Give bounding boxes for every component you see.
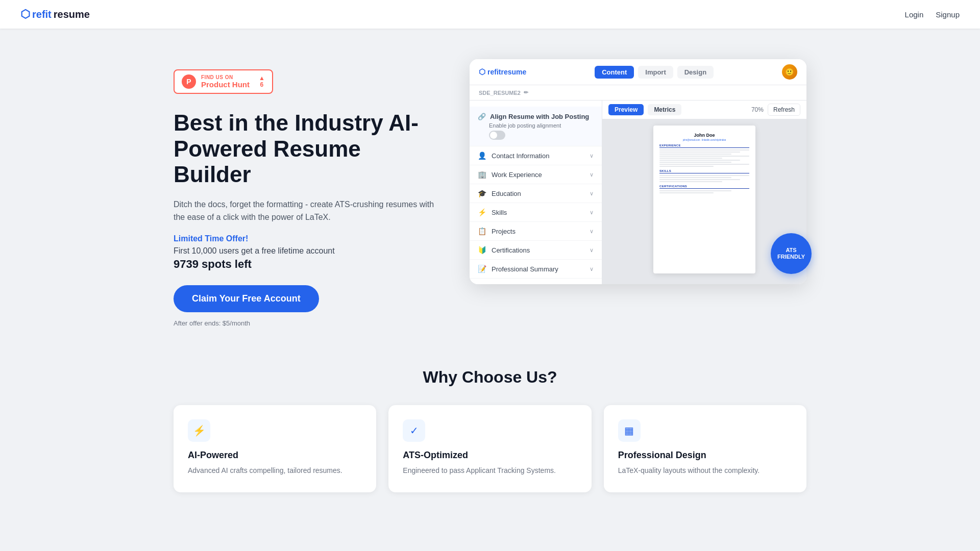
hero-description: Ditch the docs, forget the formatting - …	[174, 198, 439, 224]
work-exp-label: 🏢 Work Experience	[478, 170, 542, 179]
education-item[interactable]: 🎓 Education ∨	[470, 184, 602, 203]
ats-desc: Engineered to pass Applicant Tracking Sy…	[403, 465, 577, 476]
ai-icon: ⚡	[188, 419, 210, 442]
cert-chevron: ∨	[590, 247, 594, 254]
certifications-label: 🔰 Certifications	[478, 246, 530, 254]
ats-line1: ATS	[786, 247, 796, 254]
login-link[interactable]: Login	[905, 10, 924, 19]
ph-logo-icon: P	[182, 74, 196, 89]
contact-icon: 👤	[478, 152, 486, 160]
contact-label: 👤 Contact Information	[478, 152, 549, 160]
product-hunt-badge[interactable]: P FIND US ON Product Hunt ▲ 6	[174, 69, 273, 94]
work-exp-item[interactable]: 🏢 Work Experience ∨	[470, 165, 602, 184]
ph-arrow: ▲ 6	[259, 75, 265, 88]
resume-line	[659, 152, 740, 153]
resume-line	[659, 179, 740, 180]
cta-button[interactable]: Claim Your Free Account	[174, 285, 319, 312]
logo-resume: resume	[54, 9, 90, 20]
summary-chevron: ∨	[590, 266, 594, 272]
align-subtitle: Enable job posting alignment	[489, 122, 561, 129]
prof-summary-item[interactable]: 📝 Professional Summary ∨	[470, 260, 602, 279]
align-resume-item[interactable]: 🔗 Align Resume with Job Posting Enable j…	[470, 107, 602, 146]
resume-name: John Doe	[659, 133, 749, 138]
summary-icon: 📝	[478, 265, 486, 273]
why-card-design: ▦ Professional Design LaTeX-quality layo…	[604, 405, 806, 492]
ats-line2: FRIENDLY	[777, 254, 805, 260]
resume-line	[659, 149, 749, 151]
ai-title: AI-Powered	[188, 450, 362, 461]
resume-line	[659, 175, 749, 176]
tab-import[interactable]: Import	[638, 66, 673, 79]
why-cards: ⚡ AI-Powered Advanced AI crafts compelli…	[174, 405, 806, 492]
why-title: Why Choose Us?	[174, 368, 806, 387]
design-desc: LaTeX-quality layouts without the comple…	[618, 465, 792, 476]
toggle-knob	[490, 132, 497, 139]
resume-line	[659, 164, 749, 165]
resume-page: John Doe john@email.com · linkedin.com/i…	[653, 126, 755, 273]
ats-icon: ✓	[403, 419, 425, 442]
logo-icon: ⬡	[20, 8, 30, 21]
resume-line	[659, 154, 731, 155]
education-label: 🎓 Education	[478, 189, 521, 197]
refresh-button[interactable]: Refresh	[768, 104, 800, 116]
logo[interactable]: ⬡ refit resume	[20, 8, 90, 21]
align-toggle[interactable]	[489, 131, 505, 140]
contact-info-item[interactable]: 👤 Contact Information ∨	[470, 146, 602, 165]
tab-content[interactable]: Content	[595, 66, 634, 79]
nav-links: Login Signup	[905, 10, 960, 19]
projects-item[interactable]: 📋 Projects ∨	[470, 222, 602, 241]
hero-section: P FIND US ON Product Hunt ▲ 6 Best in th…	[133, 29, 847, 347]
resume-line	[659, 158, 722, 159]
ph-name-label: Product Hunt	[201, 80, 250, 89]
filename-text: SDE_RESUME2	[479, 90, 521, 96]
certifications-item[interactable]: 🔰 Certifications ∨	[470, 241, 602, 260]
contact-chevron: ∨	[590, 153, 594, 159]
why-card-ai: ⚡ AI-Powered Advanced AI crafts compelli…	[174, 405, 376, 492]
logo-refit: refit	[32, 9, 52, 20]
projects-icon: 📋	[478, 227, 486, 235]
resume-line	[659, 156, 749, 157]
tab-design[interactable]: Design	[677, 66, 714, 79]
preview-toolbar: Preview Metrics 70% Refresh	[602, 101, 806, 119]
resume-line	[659, 181, 722, 182]
signup-link[interactable]: Signup	[936, 10, 960, 19]
work-chevron: ∨	[590, 171, 594, 178]
limited-offer-label: Limited Time Offer!	[174, 234, 439, 243]
prof-summary-label: 📝 Professional Summary	[478, 265, 558, 273]
why-section: Why Choose Us? ⚡ AI-Powered Advanced AI …	[133, 347, 847, 523]
preview-button[interactable]: Preview	[608, 104, 644, 115]
user-avatar: 🙂	[782, 64, 797, 80]
ph-arrow-icon: ▲	[259, 75, 265, 81]
navbar: ⬡ refit resume Login Signup	[0, 0, 980, 29]
resume-certs-title: Certifications	[659, 185, 749, 189]
skills-label: ⚡ Skills	[478, 208, 507, 216]
hero-title: Best in the Industry AI-Powered Resume B…	[174, 110, 439, 188]
edit-icon[interactable]: ✏	[524, 89, 528, 96]
projects-label: 📋 Projects	[478, 227, 516, 235]
skills-icon: ⚡	[478, 208, 486, 216]
zoom-level: 70%	[751, 106, 764, 113]
app-logo-text: refitresume	[487, 68, 526, 76]
resume-exp-title: Experience	[659, 144, 749, 148]
resume-line	[659, 177, 731, 178]
work-icon: 🏢	[478, 170, 486, 179]
resume-skills-title: Skills	[659, 169, 749, 173]
toolbar-left: Preview Metrics	[608, 104, 681, 115]
resume-line	[659, 160, 740, 161]
hero-left: P FIND US ON Product Hunt ▲ 6 Best in th…	[174, 59, 439, 327]
app-body: 🔗 Align Resume with Job Posting Enable j…	[470, 101, 806, 284]
ph-text: FIND US ON Product Hunt	[201, 74, 250, 89]
metrics-button[interactable]: Metrics	[648, 104, 681, 115]
skills-chevron: ∨	[590, 209, 594, 216]
ph-find-label: FIND US ON	[201, 74, 250, 80]
ph-count: 6	[260, 81, 264, 88]
resume-line	[659, 162, 731, 163]
spots-text: First 10,000 users get a free lifetime a…	[174, 246, 439, 256]
resume-line	[659, 190, 731, 191]
app-logo-icon: ⬡	[479, 67, 485, 77]
align-title: 🔗 Align Resume with Job Posting	[478, 113, 589, 120]
resume-line	[659, 166, 714, 167]
skills-item[interactable]: ⚡ Skills ∨	[470, 203, 602, 222]
app-header: ⬡ refitresume Content Import Design 🙂	[470, 59, 806, 85]
ats-badge: ATS FRIENDLY	[771, 233, 812, 274]
